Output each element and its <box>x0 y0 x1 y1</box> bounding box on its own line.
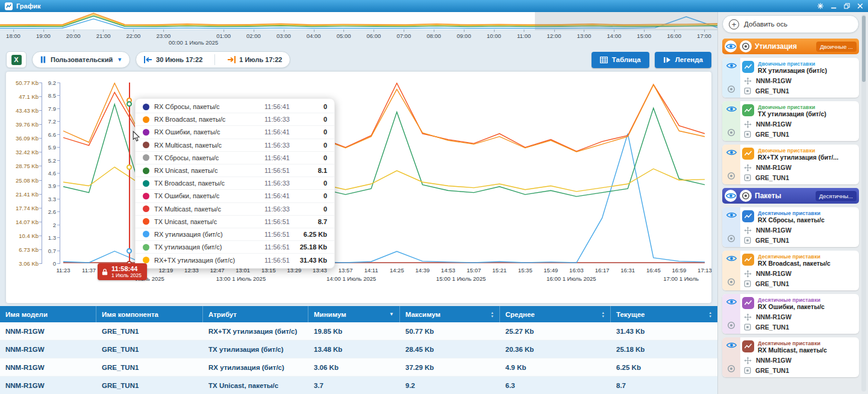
series-group-header[interactable]: ПакетыДесятичны... <box>722 188 859 204</box>
column-header[interactable]: Максимум▲▼ <box>400 306 500 322</box>
overview-time-label: 21:00 <box>96 33 111 39</box>
column-header[interactable]: Имя модели <box>0 306 96 322</box>
eye-icon[interactable] <box>726 62 737 69</box>
overview-time-label: 09:00 <box>457 33 471 39</box>
sidebar-scrollbar[interactable] <box>861 14 866 392</box>
series-item[interactable]: Десятичные приставкиRX Сбросы, пакеты/сN… <box>722 207 859 247</box>
column-header[interactable]: Атрибут <box>203 306 308 322</box>
target-icon[interactable] <box>727 172 735 180</box>
series-item[interactable]: Двоичные приставкиTX утилизация (бит/с)N… <box>722 101 859 141</box>
locked-time: 11:58:44 <box>111 265 142 272</box>
table-row[interactable]: NNM-R1GWGRE_TUN1RX утилизация (бит/с)3.0… <box>0 358 717 377</box>
series-prefix-label: Десятичные приставки <box>758 340 827 346</box>
overview-timeline[interactable]: 18:0019:0020:0021:0022:0023:0001:0002:00… <box>0 12 717 47</box>
overview-time-label: 14:00 <box>607 33 622 39</box>
table-cell: 3.06 Kb <box>308 364 400 371</box>
target-icon[interactable] <box>727 321 735 330</box>
overview-date-label: 00:00 1 Июль 2025 <box>169 39 218 46</box>
eye-icon[interactable] <box>726 298 737 305</box>
series-name: RX Ошибки, пакеты/с <box>758 303 825 310</box>
eye-icon[interactable] <box>726 342 737 349</box>
overview-time-label: 02:00 <box>246 33 261 39</box>
time-cursor-line[interactable] <box>129 83 130 265</box>
sort-icon: ▲▼ <box>602 311 605 318</box>
target-icon[interactable] <box>727 278 735 286</box>
add-axis-button[interactable]: + Добавить ось <box>722 15 859 33</box>
column-header[interactable]: Минимум▼ <box>308 306 400 322</box>
pin-icon[interactable] <box>817 3 823 9</box>
table-cell: NNM-R1GW <box>0 328 96 335</box>
tooltip-series-time: 11:56:51 <box>258 218 290 225</box>
move-icon[interactable] <box>744 164 752 172</box>
table-cell: 20.36 Kb <box>500 346 611 353</box>
restore-icon[interactable] <box>844 3 850 9</box>
table-cell: RX утилизация (бит/с) <box>203 364 308 371</box>
series-item[interactable]: Десятичные приставкиRX Multicast, пакеты… <box>722 337 859 377</box>
table-cell: 6.3 <box>500 382 611 389</box>
close-icon[interactable] <box>857 3 863 9</box>
target-icon[interactable] <box>740 190 752 202</box>
table-button[interactable]: Таблица <box>592 52 649 68</box>
move-icon[interactable] <box>744 313 752 321</box>
column-header-label: Текущее <box>616 311 645 318</box>
group-prefix-badge[interactable]: Десятичны... <box>816 191 857 201</box>
series-item[interactable]: Двоичные приставкиRX утилизация (бит/с)N… <box>722 58 859 98</box>
legend-button[interactable]: Легенда <box>655 52 711 68</box>
eye-icon[interactable] <box>726 149 737 156</box>
column-header[interactable]: Среднее▲▼ <box>500 306 611 322</box>
sidebar-scrollbar-thumb[interactable] <box>862 16 866 82</box>
series-color-dot <box>143 167 149 174</box>
series-item[interactable]: Десятичные приставкиRX Ошибки, пакеты/сN… <box>722 294 859 334</box>
overview-time-label: 01:00 <box>216 33 231 39</box>
range-start-button[interactable]: 30 Июнь 17:22 <box>136 52 210 67</box>
move-icon[interactable] <box>744 270 752 278</box>
sort-icon: ▲▼ <box>709 311 712 318</box>
tooltip-series-value: 0 <box>295 154 327 161</box>
target-icon[interactable] <box>727 85 735 93</box>
column-header-label: Имя компонента <box>102 311 158 318</box>
table-row[interactable]: NNM-R1GWGRE_TUN1TX Unicast, пакеты/с3.79… <box>0 377 717 394</box>
main-chart[interactable]: RX Сбросы, пакеты/с11:56:410RX Broadcast… <box>6 72 711 303</box>
period-dropdown[interactable]: Пользовательский ▼ <box>32 51 130 68</box>
move-icon[interactable] <box>744 120 752 128</box>
time-range-control: 30 Июнь 17:22 1 Июль 17:22 <box>136 51 290 68</box>
eye-icon[interactable] <box>726 255 737 262</box>
series-prefix-label: Десятичные приставки <box>758 210 825 216</box>
target-icon[interactable] <box>740 40 752 52</box>
table-header-row: Имя моделиИмя компонентаАтрибутМинимум▼М… <box>0 306 717 322</box>
minimize-icon[interactable] <box>831 3 837 9</box>
series-item[interactable]: Двоичные приставкиRX+TX утилизация (бит/… <box>722 145 859 184</box>
component-icon <box>744 324 751 331</box>
table-row[interactable]: NNM-R1GWGRE_TUN1TX утилизация (бит/с)13.… <box>0 340 717 358</box>
table-cell: NNM-R1GW <box>0 382 96 389</box>
table-row[interactable]: NNM-R1GWGRE_TUN1RX+TX утилизация (бит/с)… <box>0 322 717 340</box>
eye-icon[interactable] <box>725 40 737 52</box>
series-tooltip: RX Сбросы, пакеты/с11:56:410RX Broadcast… <box>135 98 335 269</box>
group-prefix-badge[interactable]: Двоичные ... <box>816 42 857 52</box>
locked-time-badge[interactable]: 11:58:44 1 Июль 2025 <box>98 263 147 280</box>
range-end-button[interactable]: 1 Июль 17:22 <box>219 52 290 67</box>
target-icon[interactable] <box>727 234 735 243</box>
export-excel-button[interactable]: X <box>6 51 27 68</box>
series-item[interactable]: Десятичные приставкиRX Broadcast, пакеты… <box>722 251 859 290</box>
eye-icon[interactable] <box>726 105 737 113</box>
y-axis-kb-label: 17.74 Kb <box>8 205 39 211</box>
column-header[interactable]: Текущее▲▼ <box>611 306 717 322</box>
target-icon[interactable] <box>727 364 735 373</box>
tooltip-series-value: 0 <box>295 180 327 187</box>
series-group-header[interactable]: УтилизацияДвоичные ... <box>722 39 859 54</box>
tooltip-series-value: 0 <box>295 128 327 136</box>
eye-icon[interactable] <box>725 190 737 202</box>
table-cell: 8.7 <box>611 382 717 389</box>
move-icon[interactable] <box>744 77 752 85</box>
move-icon[interactable] <box>744 227 752 234</box>
x-axis-date-label: 13:00 1 Июль 2025 <box>216 275 266 282</box>
target-icon[interactable] <box>727 128 735 137</box>
column-header[interactable]: Имя компонента <box>96 306 203 322</box>
x-axis-time-label: 11:37 <box>82 267 96 274</box>
eye-icon[interactable] <box>726 211 737 219</box>
overview-time-label: 20:00 <box>66 33 81 39</box>
series-component-label: GRE_TUN1 <box>755 324 789 331</box>
x-axis-time-label: 16:31 <box>620 267 635 274</box>
move-icon[interactable] <box>744 357 752 364</box>
